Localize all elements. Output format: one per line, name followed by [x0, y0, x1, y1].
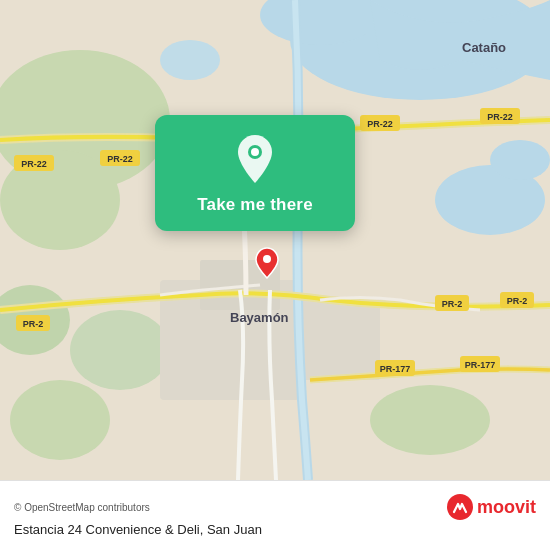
osm-attribution: © OpenStreetMap contributors — [14, 502, 150, 513]
moovit-icon — [447, 494, 473, 520]
location-name-label: Estancia 24 Convenience & Deli, San Juan — [14, 522, 536, 537]
svg-text:Bayamón: Bayamón — [230, 310, 289, 325]
svg-text:PR-177: PR-177 — [380, 364, 411, 374]
svg-text:PR-22: PR-22 — [107, 154, 133, 164]
moovit-logo: moovit — [447, 494, 536, 520]
map-area: PR-22 PR-22 PR-22 PR-22 PR-2 PR-2 PR-2 P… — [0, 0, 550, 480]
location-pin-icon — [229, 133, 281, 185]
bottom-bar: © OpenStreetMap contributors moovit Esta… — [0, 480, 550, 550]
svg-point-10 — [10, 380, 110, 460]
svg-text:PR-22: PR-22 — [487, 112, 513, 122]
svg-point-3 — [160, 40, 220, 80]
svg-text:PR-177: PR-177 — [465, 360, 496, 370]
svg-text:PR-2: PR-2 — [442, 299, 463, 309]
svg-point-35 — [263, 255, 271, 263]
moovit-brand-text: moovit — [477, 497, 536, 518]
svg-text:PR-2: PR-2 — [507, 296, 528, 306]
take-me-there-card[interactable]: Take me there — [155, 115, 355, 231]
take-me-there-button-label: Take me there — [197, 195, 313, 215]
svg-point-8 — [70, 310, 170, 390]
svg-text:PR-22: PR-22 — [367, 119, 393, 129]
svg-point-37 — [251, 148, 259, 156]
svg-text:PR-2: PR-2 — [23, 319, 44, 329]
svg-rect-14 — [300, 300, 380, 380]
svg-text:PR-22: PR-22 — [21, 159, 47, 169]
svg-point-5 — [490, 140, 550, 180]
svg-text:Cataño: Cataño — [462, 40, 506, 55]
svg-point-9 — [370, 385, 490, 455]
